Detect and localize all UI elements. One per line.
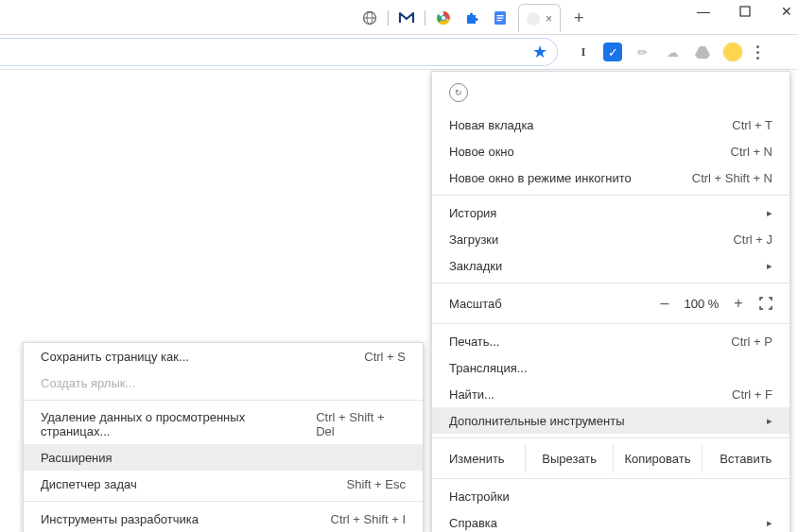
window-minimize-button[interactable]: —: [697, 5, 710, 18]
submenu-dev-tools[interactable]: Инструменты разработчикаCtrl + Shift + I: [24, 506, 423, 532]
edit-paste-button[interactable]: Вставить: [702, 444, 789, 473]
brush-icon[interactable]: ✏: [632, 42, 652, 62]
menu-print[interactable]: Печать...Ctrl + P: [432, 328, 789, 354]
menu-downloads[interactable]: ЗагрузкиCtrl + J: [432, 226, 789, 252]
chrome-main-menu: ↻ Новая вкладкаCtrl + T Новое окноCtrl +…: [431, 71, 790, 532]
tab-close-icon[interactable]: ×: [546, 12, 552, 26]
puzzle-icon[interactable]: [461, 8, 482, 28]
profile-avatar[interactable]: [722, 42, 743, 62]
drive-icon[interactable]: [692, 42, 713, 62]
reading-list-icon[interactable]: I: [573, 42, 594, 62]
menu-zoom: Масштаб – 100 % +: [432, 287, 789, 319]
omnibox[interactable]: ★: [0, 38, 558, 66]
zoom-in-button[interactable]: +: [727, 295, 750, 312]
extension-check-icon[interactable]: ✓: [603, 43, 622, 61]
edit-label: Изменить: [449, 452, 525, 466]
menu-more-tools[interactable]: Дополнительные инструменты: [432, 407, 789, 434]
bookmark-star-icon[interactable]: ★: [532, 42, 547, 62]
zoom-label: Масштаб: [449, 297, 653, 311]
menu-bookmarks[interactable]: Закладки: [432, 252, 789, 279]
svg-point-7: [442, 16, 445, 20]
submenu-extensions[interactable]: Расширения: [24, 444, 423, 471]
globe-icon[interactable]: [359, 8, 380, 28]
menu-settings[interactable]: Настройки: [432, 483, 789, 509]
svg-rect-11: [497, 20, 502, 21]
submenu-create-shortcut: Создать ярлык...: [24, 369, 423, 396]
toolbar: ★ I ✓ ✏ ☁: [0, 34, 798, 70]
menu-history[interactable]: История: [432, 199, 789, 226]
window-close-button[interactable]: ✕: [780, 5, 793, 18]
active-tab[interactable]: ×: [518, 4, 561, 32]
window-maximize-button[interactable]: [738, 5, 752, 18]
zoom-out-button[interactable]: –: [653, 295, 676, 312]
menu-find[interactable]: Найти...Ctrl + F: [432, 381, 789, 407]
svg-rect-0: [740, 7, 750, 16]
edit-copy-button[interactable]: Копировать: [613, 444, 701, 473]
menu-edit-row: Изменить Вырезать Копировать Вставить: [432, 442, 789, 474]
new-tab-button[interactable]: +: [568, 9, 590, 28]
menu-help[interactable]: Справка: [432, 509, 789, 532]
submenu-task-manager[interactable]: Диспетчер задачShift + Esc: [24, 471, 423, 497]
submenu-save-page[interactable]: Сохранить страницу как...Ctrl + S: [24, 343, 423, 369]
cloud-icon[interactable]: ☁: [662, 42, 683, 62]
fullscreen-button[interactable]: [759, 297, 772, 310]
docs-icon[interactable]: [490, 8, 511, 28]
tab-favicon: [527, 12, 540, 26]
tab-separator: [425, 10, 425, 26]
svg-rect-9: [497, 15, 504, 16]
edit-cut-button[interactable]: Вырезать: [525, 444, 613, 473]
submenu-clear-browsing-data[interactable]: Удаление данных о просмотренных страница…: [24, 404, 423, 444]
chrome-menu-button[interactable]: [753, 42, 763, 63]
menu-incognito[interactable]: Новое окно в режиме инкогнитоCtrl + Shif…: [432, 164, 789, 191]
tab-strip: × +: [359, 5, 590, 31]
svg-rect-10: [497, 18, 504, 19]
menu-new-tab[interactable]: Новая вкладкаCtrl + T: [432, 112, 789, 138]
tab-separator: [388, 10, 389, 26]
update-badge-icon[interactable]: ↻: [449, 83, 468, 102]
more-tools-submenu: Сохранить страницу как...Ctrl + S Создат…: [23, 342, 424, 532]
zoom-value: 100 %: [676, 297, 727, 311]
chrome-icon[interactable]: [433, 8, 454, 28]
malwarebytes-icon[interactable]: [396, 8, 417, 28]
menu-new-window[interactable]: Новое окноCtrl + N: [432, 138, 789, 164]
menu-cast[interactable]: Трансляция...: [432, 354, 789, 381]
